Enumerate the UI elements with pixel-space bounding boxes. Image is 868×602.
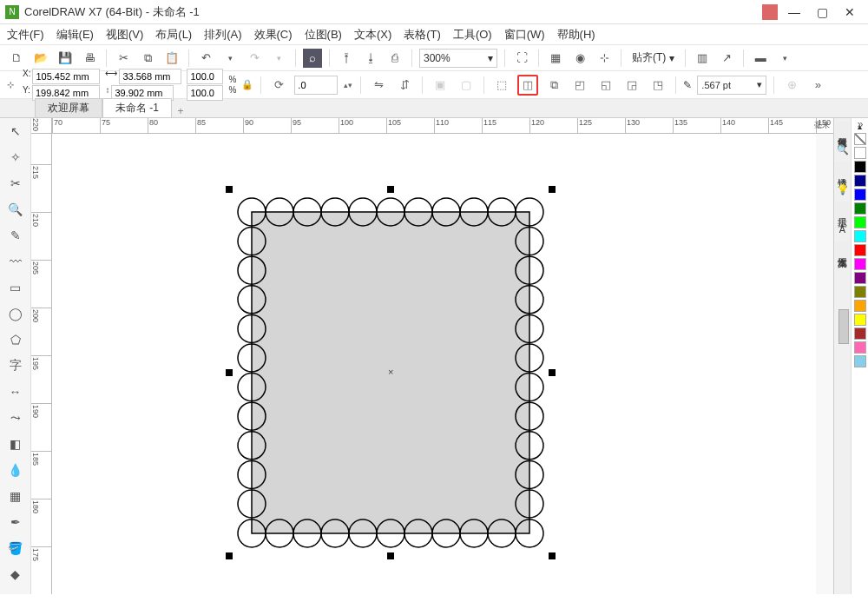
selection-handle-e[interactable] — [549, 369, 556, 376]
selection-handle-s[interactable] — [387, 552, 394, 559]
export-button[interactable]: ⭳ — [361, 49, 380, 68]
color-swatch[interactable] — [854, 314, 866, 326]
to-front-icon[interactable]: ▣ — [430, 75, 450, 96]
color-swatch[interactable] — [854, 189, 866, 201]
ellipse-tool[interactable]: ◯ — [6, 304, 25, 323]
interactive-fill-tool[interactable]: ◆ — [6, 565, 25, 584]
chevron-down-icon[interactable]: ▾ — [775, 49, 794, 68]
snap-object-icon[interactable]: ⊹ — [595, 49, 614, 68]
rectangle-tool[interactable]: ▭ — [6, 278, 25, 297]
search-button[interactable]: ⌕ — [303, 49, 322, 68]
tab-welcome[interactable]: 欢迎屏幕 — [35, 98, 102, 117]
scale-y-input[interactable] — [187, 85, 223, 101]
cut-button[interactable]: ✂ — [114, 49, 133, 68]
x-input[interactable] — [32, 69, 100, 84]
color-swatch[interactable] — [854, 286, 866, 298]
color-swatch[interactable] — [854, 175, 866, 187]
shape-tool[interactable]: ✧ — [6, 148, 25, 167]
ruler-horizontal[interactable]: 7075808590951001051101151201251301351401… — [52, 118, 833, 134]
boundary-icon[interactable]: ◳ — [648, 75, 668, 96]
ruler-vertical[interactable]: 175180185190195200205210215220225 — [31, 134, 52, 594]
menu-item[interactable]: 表格(T) — [404, 27, 441, 43]
weld-icon[interactable]: ⬚ — [491, 75, 512, 96]
effects-tool[interactable]: ◧ — [6, 434, 25, 453]
outline-tool[interactable]: ✒ — [6, 513, 25, 532]
snap-grid-icon[interactable]: ▦ — [546, 49, 565, 68]
zoom-select[interactable]: 300% ▾ — [419, 49, 497, 68]
pick-tool[interactable]: ↖ — [6, 122, 25, 141]
color-swatch[interactable] — [854, 355, 866, 367]
new-button[interactable]: 🗋 — [7, 49, 26, 68]
minimize-button[interactable]: — — [786, 4, 802, 20]
menu-item[interactable]: 文件(F) — [7, 27, 44, 43]
dock-tab[interactable]: 透镜 — [835, 162, 850, 179]
overflow-icon[interactable]: » — [807, 75, 828, 96]
copy-button[interactable]: ⧉ — [138, 49, 157, 68]
menu-item[interactable]: 位图(B) — [305, 27, 342, 43]
color-swatch[interactable] — [854, 300, 866, 312]
publish-button[interactable]: ⎙ — [385, 49, 404, 68]
zoom-tool[interactable]: 🔍 — [6, 200, 25, 219]
outline-width-select[interactable]: .567 pt ▾ — [697, 76, 766, 95]
page[interactable]: × — [52, 134, 816, 594]
menu-item[interactable]: 视图(V) — [106, 27, 143, 43]
selection-handle-ne[interactable] — [549, 186, 556, 193]
artistic-tool[interactable]: 〰 — [6, 252, 25, 271]
tab-document[interactable]: 未命名 -1 — [102, 98, 172, 117]
snap-dropdown[interactable]: 贴齐(T)▾ — [628, 50, 678, 65]
color-swatch[interactable] — [854, 244, 866, 256]
selection-handle-nw[interactable] — [226, 186, 233, 193]
menu-item[interactable]: 文本(X) — [354, 27, 391, 43]
menu-item[interactable]: 编辑(E) — [56, 27, 94, 43]
color-swatch[interactable] — [854, 327, 866, 340]
menu-item[interactable]: 效果(C) — [254, 27, 293, 43]
print-button[interactable]: 🖶 — [80, 49, 99, 68]
app-launcher-icon[interactable]: ▬ — [751, 49, 770, 68]
scale-x-input[interactable] — [187, 69, 223, 84]
polygon-tool[interactable]: ⬠ — [6, 330, 25, 349]
maximize-button[interactable]: ▢ — [814, 4, 830, 20]
lens-icon[interactable]: 🔍 — [837, 144, 849, 156]
options-button[interactable]: ▥ — [693, 49, 712, 68]
no-color-swatch[interactable] — [854, 133, 866, 145]
add-button[interactable]: ⊕ — [781, 75, 802, 96]
intersect-icon[interactable]: ⧉ — [543, 75, 564, 96]
transparency-tool[interactable]: ▦ — [6, 486, 25, 506]
color-swatch[interactable] — [854, 341, 866, 354]
dock-tab[interactable]: 对象属性 — [835, 122, 850, 139]
text-tool[interactable]: 字 — [6, 356, 25, 375]
color-swatch[interactable] — [854, 272, 866, 284]
width-input[interactable] — [119, 69, 181, 84]
color-swatch[interactable] — [854, 147, 866, 159]
back-minus-front-icon[interactable]: ◲ — [621, 75, 642, 96]
selection-handle-w[interactable] — [226, 369, 233, 376]
front-minus-back-icon[interactable]: ◱ — [595, 75, 616, 96]
menu-item[interactable]: 排列(A) — [204, 27, 241, 43]
trim-icon[interactable]: ◫ — [517, 75, 538, 96]
redo-button[interactable]: ↷ — [245, 49, 264, 68]
to-back-icon[interactable]: ▢ — [456, 75, 477, 96]
close-button[interactable]: ✕ — [842, 4, 858, 20]
selection-handle-sw[interactable] — [226, 552, 233, 559]
import-button[interactable]: ⭱ — [337, 49, 356, 68]
launch-button[interactable]: ↗ — [717, 49, 736, 68]
eyedropper-tool[interactable]: 💧 — [6, 460, 25, 480]
scrollbar-thumb[interactable] — [838, 309, 849, 344]
freehand-tool[interactable]: ✎ — [6, 226, 25, 245]
dimension-tool[interactable]: ↔ — [6, 382, 25, 401]
mirror-v-icon[interactable]: ⇵ — [394, 75, 415, 96]
canvas-area[interactable]: 7075808590951001051101151201251301351401… — [31, 118, 833, 594]
color-swatch[interactable] — [854, 161, 866, 173]
text-prop-icon[interactable]: A — [837, 224, 849, 236]
dock-collapse-icon[interactable]: » — [852, 118, 868, 134]
undo-dropdown-icon[interactable]: ▾ — [220, 49, 240, 68]
add-tab-button[interactable]: + — [172, 105, 189, 117]
color-swatch[interactable] — [854, 202, 866, 215]
redo-dropdown-icon[interactable]: ▾ — [269, 49, 288, 68]
crop-tool[interactable]: ✂ — [6, 174, 25, 193]
paste-button[interactable]: 📋 — [162, 49, 181, 68]
open-button[interactable]: 📂 — [31, 49, 50, 68]
color-swatch[interactable] — [854, 216, 866, 228]
undo-button[interactable]: ↶ — [196, 49, 215, 68]
color-swatch[interactable] — [854, 230, 866, 242]
